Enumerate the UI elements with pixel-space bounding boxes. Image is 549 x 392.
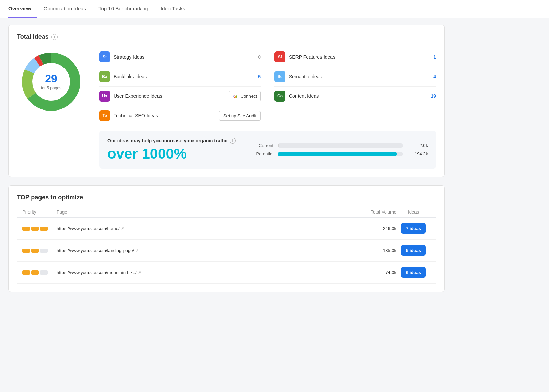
semantic-count: 4 <box>429 74 436 79</box>
table-row: https://www.yoursite.com/mountain-bike/ … <box>17 262 436 284</box>
content-label: Content Ideas <box>289 93 426 99</box>
potential-value: 194.2k <box>407 151 428 157</box>
traffic-current-row: Current 2.0k <box>249 143 428 148</box>
page-url-3[interactable]: https://www.yoursite.com/mountain-bike/ … <box>57 270 348 275</box>
priority-dots-1 <box>22 227 57 231</box>
priority-dot <box>31 249 39 253</box>
top-pages-card: TOP pages to optimize Priority Page Tota… <box>8 185 445 292</box>
volume-1: 246.0k <box>348 226 396 231</box>
col-volume: Total Volume <box>348 209 396 215</box>
table-header: Priority Page Total Volume Ideas <box>17 207 436 218</box>
strategy-badge: St <box>99 51 110 62</box>
priority-dot <box>22 249 30 253</box>
priority-dot <box>31 270 39 275</box>
col-priority: Priority <box>22 209 57 215</box>
setup-audit-button[interactable]: Set up Site Audit <box>219 111 261 121</box>
ideas-left-col: St Strategy Ideas 0 Ba Backlinks Ideas 5 <box>99 47 261 125</box>
priority-dot <box>22 227 30 231</box>
volume-2: 135.0k <box>348 248 396 253</box>
nav-optimization[interactable]: Optimization Ideas <box>38 0 92 18</box>
external-link-icon: ↗ <box>136 248 139 253</box>
traffic-info-icon[interactable]: i <box>230 138 236 144</box>
volume-3: 74.0k <box>348 270 396 275</box>
serp-label: SERP Features Ideas <box>289 54 426 60</box>
ideas-right: St Strategy Ideas 0 Ba Backlinks Ideas 5 <box>99 47 436 169</box>
ideas-right-col: Sf SERP Features Ideas 1 Se Semantic Ide… <box>274 47 436 125</box>
connect-button[interactable]: G Connect <box>229 91 261 101</box>
current-value: 2.0k <box>407 143 428 148</box>
idea-row-content: Co Content Ideas 19 <box>274 87 436 106</box>
backlinks-label: Backlinks Ideas <box>114 74 250 79</box>
content-count: 19 <box>429 93 436 99</box>
ideas-cell-2: 5 ideas <box>396 245 431 256</box>
priority-dot <box>22 270 30 275</box>
semantic-label: Semantic Ideas <box>289 74 426 79</box>
page-url-1[interactable]: https://www.yoursite.com/home/ ↗ <box>57 226 348 231</box>
page-url-2[interactable]: https://www.yoursite.com/landing-page/ ↗ <box>57 248 348 253</box>
traffic-headline-text: Our ideas may help you increase your org… <box>107 138 227 143</box>
total-ideas-label: Total Ideas <box>17 33 49 41</box>
ideas-button-3[interactable]: 6 ideas <box>401 267 426 278</box>
top-pages-title: TOP pages to optimize <box>17 194 436 201</box>
setup-audit-label: Set up Site Audit <box>223 113 256 118</box>
current-bar-fill <box>278 143 279 148</box>
donut-count: 29 <box>41 73 61 84</box>
potential-label: Potential <box>249 151 273 157</box>
priority-dot-empty <box>40 249 48 253</box>
priority-dot <box>40 227 48 231</box>
current-label: Current <box>249 143 273 148</box>
idea-row-serp: Sf SERP Features Ideas 1 <box>274 47 436 67</box>
ux-label: User Experience Ideas <box>114 93 225 99</box>
total-ideas-info-icon[interactable]: i <box>51 34 58 40</box>
ideas-cell-1: 7 ideas <box>396 223 431 234</box>
serp-badge: Sf <box>274 51 285 62</box>
technical-label: Technical SEO Ideas <box>114 113 215 118</box>
ideas-button-2[interactable]: 5 ideas <box>401 245 426 256</box>
total-ideas-body: 29 for 5 pages St Strategy Ideas <box>17 47 436 169</box>
donut-subtitle: for 5 pages <box>41 85 61 90</box>
ideas-button-1[interactable]: 7 ideas <box>401 223 426 234</box>
external-link-icon: ↗ <box>138 270 141 275</box>
donut-chart: 29 for 5 pages <box>17 47 85 116</box>
table-row: https://www.yoursite.com/home/ ↗ 246.0k … <box>17 218 436 240</box>
donut-center: 29 for 5 pages <box>41 73 61 90</box>
connect-label: Connect <box>241 94 257 99</box>
idea-row-backlinks: Ba Backlinks Ideas 5 <box>99 67 261 87</box>
traffic-percent: over 1000% <box>107 146 236 162</box>
nav-overview[interactable]: Overview <box>8 0 37 18</box>
nav-tasks[interactable]: Idea Tasks <box>155 0 190 18</box>
backlinks-count: 5 <box>254 74 261 79</box>
priority-dot-empty <box>40 270 48 275</box>
col-ideas: Ideas <box>396 209 431 215</box>
semantic-badge: Se <box>274 71 285 82</box>
content-badge: Co <box>274 91 285 102</box>
total-ideas-card: Total Ideas i <box>8 25 445 177</box>
idea-row-semantic: Se Semantic Ideas 4 <box>274 67 436 87</box>
traffic-right: Current 2.0k Potential 194.2k <box>249 143 428 157</box>
ux-badge: Ux <box>99 91 110 102</box>
traffic-box: Our ideas may help you increase your org… <box>99 131 436 169</box>
idea-row-strategy: St Strategy Ideas 0 <box>99 47 261 67</box>
table-row: https://www.yoursite.com/landing-page/ ↗… <box>17 240 436 262</box>
total-ideas-title: Total Ideas i <box>17 33 436 41</box>
potential-bar-track <box>278 152 403 156</box>
serp-count: 1 <box>429 54 436 60</box>
traffic-headline: Our ideas may help you increase your org… <box>107 138 236 144</box>
col-page: Page <box>57 209 348 215</box>
external-link-icon: ↗ <box>121 226 124 231</box>
traffic-potential-row: Potential 194.2k <box>249 151 428 157</box>
main-nav: Overview Optimization Ideas Top 10 Bench… <box>0 0 549 18</box>
priority-dots-3 <box>22 270 57 275</box>
idea-row-ux: Ux User Experience Ideas G Connect <box>99 87 261 106</box>
priority-dot <box>31 227 39 231</box>
technical-badge: Te <box>99 110 110 121</box>
ideas-columns: St Strategy Ideas 0 Ba Backlinks Ideas 5 <box>99 47 436 125</box>
potential-bar-fill <box>278 152 397 156</box>
priority-dots-2 <box>22 249 57 253</box>
traffic-left: Our ideas may help you increase your org… <box>107 138 236 162</box>
ideas-cell-3: 6 ideas <box>396 267 431 278</box>
nav-benchmarking[interactable]: Top 10 Benchmarking <box>93 0 154 18</box>
google-icon: G <box>232 93 238 99</box>
main-content: Total Ideas i <box>0 18 453 307</box>
strategy-count: 0 <box>254 54 261 60</box>
